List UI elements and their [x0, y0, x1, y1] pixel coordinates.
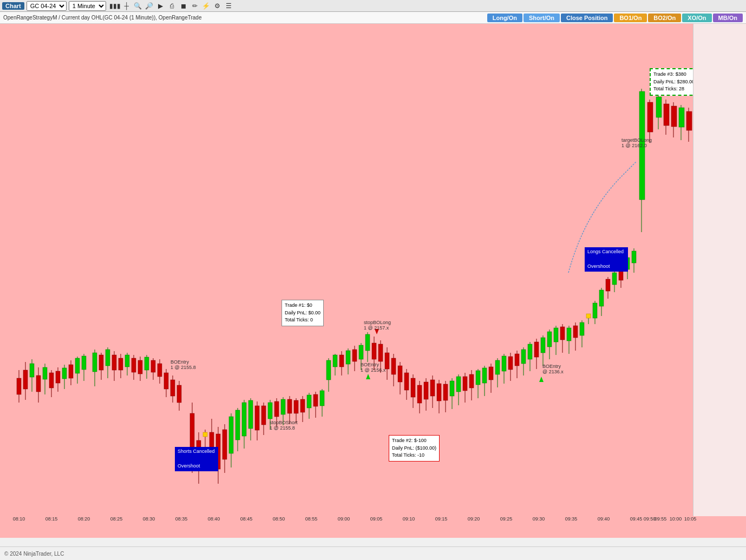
svg-rect-164: [554, 328, 558, 342]
svg-rect-100: [346, 351, 350, 364]
svg-rect-122: [417, 385, 422, 403]
svg-rect-192: [647, 102, 653, 132]
x-label-0850: 08:50: [273, 516, 285, 522]
svg-rect-72: [255, 406, 259, 430]
print-icon[interactable]: ⎙: [167, 1, 177, 11]
longs-cancelled-box: Longs CancelledOvershoot: [585, 247, 628, 272]
cursor-icon[interactable]: ▶: [156, 1, 166, 11]
svg-rect-46: [164, 373, 168, 389]
svg-rect-22: [82, 356, 86, 370]
svg-rect-136: [463, 377, 467, 391]
svg-rect-96: [333, 355, 337, 367]
settings-icon[interactable]: ⚙: [213, 1, 223, 11]
svg-rect-62: [223, 430, 227, 459]
trade-info-box-1: Trade #1: $0 Daily PnL: $0.00 Total Tick…: [282, 300, 324, 326]
magnify-plus-icon[interactable]: 🔍: [133, 1, 143, 11]
xo-on-button[interactable]: XO/On: [682, 14, 711, 22]
x-label-0920: 09:20: [468, 516, 480, 522]
x-label-0830: 08:30: [143, 516, 155, 522]
svg-rect-84: [294, 400, 298, 413]
trade1-line2: Daily PnL: $0.00: [285, 309, 320, 317]
svg-rect-50: [177, 385, 181, 403]
svg-rect-2: [17, 378, 21, 394]
svg-rect-154: [521, 350, 526, 364]
copyright-text: © 2024 NinjaTrader, LLC: [4, 551, 64, 557]
drawing-icon[interactable]: ✏: [190, 1, 200, 11]
svg-rect-64: [229, 417, 233, 453]
svg-rect-152: [515, 354, 519, 366]
bo1-on-button[interactable]: BO1/On: [614, 14, 647, 22]
svg-rect-42: [151, 360, 155, 372]
timeframe-selector[interactable]: 1 Minute: [69, 1, 106, 11]
svg-rect-110: [378, 344, 383, 361]
subtitle-text: OpenRangeStrategyM / Current day OHL(GC …: [3, 15, 201, 21]
svg-rect-104: [359, 345, 363, 359]
svg-rect-12: [49, 373, 54, 388]
x-label-0925: 09:25: [500, 516, 513, 522]
x-label-0825: 08:25: [110, 516, 123, 522]
svg-rect-16: [62, 368, 67, 379]
svg-rect-196: [664, 104, 669, 126]
chart-tab[interactable]: Chart: [2, 2, 24, 10]
trade1-line1: Trade #1: $0: [285, 302, 320, 309]
trade2-line3: Total Ticks: -10: [392, 452, 436, 459]
svg-rect-118: [404, 373, 409, 390]
mb-on-button[interactable]: MB/On: [713, 14, 743, 22]
svg-rect-8: [36, 375, 41, 392]
svg-rect-44: [158, 364, 162, 377]
template-icon[interactable]: ◼: [179, 1, 188, 11]
svg-rect-80: [281, 399, 285, 414]
svg-rect-20: [75, 358, 80, 373]
svg-rect-10: [43, 367, 47, 379]
short-on-button[interactable]: Short/On: [523, 14, 560, 22]
x-label-0910: 09:10: [403, 516, 415, 522]
svg-rect-202: [686, 111, 692, 130]
svg-rect-68: [242, 403, 246, 436]
svg-rect-142: [482, 368, 487, 383]
svg-rect-14: [56, 371, 60, 383]
trade2-line1: Trade #2: $-100: [392, 437, 436, 445]
svg-rect-34: [125, 355, 129, 367]
svg-rect-74: [261, 406, 266, 425]
x-label-0810: 08:10: [13, 516, 25, 522]
svg-rect-24: [93, 353, 97, 372]
svg-rect-130: [443, 384, 448, 400]
bottom-bar: © 2024 NinjaTrader, LLC: [0, 546, 746, 560]
svg-rect-88: [307, 395, 311, 408]
svg-rect-38: [138, 360, 142, 374]
svg-rect-70: [248, 400, 253, 429]
svg-rect-146: [495, 360, 500, 374]
svg-rect-180: [606, 279, 610, 291]
svg-rect-198: [671, 106, 677, 127]
list-icon[interactable]: ☰: [224, 1, 234, 11]
bo2-on-button[interactable]: BO2/On: [648, 14, 681, 22]
svg-rect-140: [476, 371, 480, 385]
long-on-button[interactable]: Long/On: [487, 14, 522, 22]
crosshair-icon[interactable]: ┼: [122, 1, 132, 11]
svg-rect-156: [528, 344, 532, 359]
x-label-0945: 09:45: [630, 516, 643, 522]
close-position-button[interactable]: Close Position: [561, 14, 613, 22]
svg-rect-168: [567, 328, 571, 341]
svg-rect-190: [639, 91, 645, 200]
svg-rect-116: [398, 366, 402, 382]
svg-rect-148: [502, 356, 506, 371]
strategy-icon[interactable]: ⚡: [201, 1, 211, 11]
magnify-minus-icon[interactable]: 🔎: [145, 1, 154, 11]
bar-chart-icon[interactable]: ▮▮▮: [110, 1, 120, 11]
y-axis: [693, 24, 746, 516]
svg-rect-194: [656, 97, 662, 117]
svg-rect-134: [456, 377, 461, 392]
instrument-selector[interactable]: GC 04-24: [27, 1, 67, 11]
svg-rect-92: [320, 391, 324, 406]
svg-rect-112: [385, 353, 389, 369]
svg-rect-126: [430, 380, 435, 396]
chart-area[interactable]: .candle-green { fill: #00cc00; stroke: #…: [0, 24, 746, 538]
x-label-0940: 09:40: [598, 516, 610, 522]
svg-rect-66: [235, 410, 240, 440]
svg-rect-48: [171, 380, 175, 396]
x-label-0900: 09:00: [338, 516, 350, 522]
svg-rect-114: [391, 358, 396, 374]
svg-rect-28: [106, 350, 110, 366]
x-axis: 08:10 08:15 08:20 08:25 08:30 08:35 08:4…: [0, 513, 693, 524]
